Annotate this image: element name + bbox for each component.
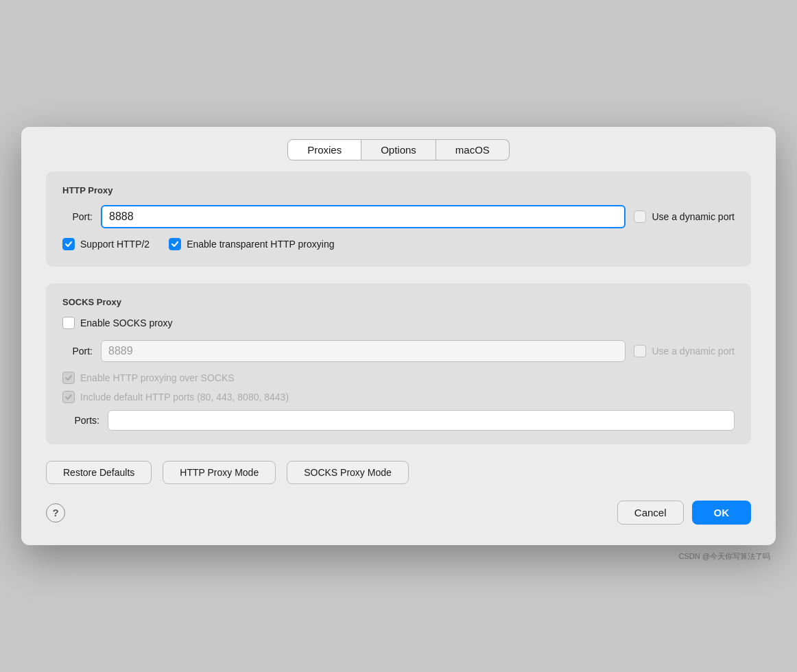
tabs-bar: Proxies Options macOS	[21, 127, 776, 160]
http-dynamic-port-label: Use a dynamic port	[652, 211, 735, 222]
http-proxy-label: HTTP Proxy	[62, 185, 735, 195]
socks-dynamic-port-checkbox[interactable]	[634, 345, 646, 357]
default-ports-label: Include default HTTP ports (80, 443, 808…	[80, 392, 289, 403]
cancel-button[interactable]: Cancel	[617, 501, 684, 525]
dialog-action-buttons: Cancel OK	[617, 501, 751, 525]
socks-port-row: Port: Use a dynamic port	[62, 340, 735, 362]
tab-options[interactable]: Options	[361, 139, 436, 160]
transparent-proxy-label: Enable transparent HTTP proxying	[187, 239, 334, 250]
tab-macos[interactable]: macOS	[436, 139, 510, 160]
help-button[interactable]: ?	[46, 503, 65, 523]
bottom-buttons-bar: Restore Defaults HTTP Proxy Mode SOCKS P…	[21, 461, 776, 484]
socks-ports-row: Ports:	[62, 410, 735, 431]
socks-proxy-mode-button[interactable]: SOCKS Proxy Mode	[287, 461, 409, 484]
socks-port-input[interactable]	[101, 340, 626, 362]
default-ports-checkbox[interactable]	[62, 391, 75, 403]
socks-port-label: Port:	[62, 346, 93, 357]
default-ports-row: Include default HTTP ports (80, 443, 808…	[62, 391, 735, 403]
support-http2-label: Support HTTP/2	[80, 239, 150, 250]
support-http2-checkbox[interactable]	[62, 238, 75, 250]
http-over-socks-checkbox[interactable]	[62, 372, 75, 384]
socks-dynamic-port-label: Use a dynamic port	[652, 346, 735, 357]
http-proxy-mode-button[interactable]: HTTP Proxy Mode	[163, 461, 276, 484]
http-over-socks-label: Enable HTTP proxying over SOCKS	[80, 372, 235, 383]
http-port-input[interactable]	[101, 205, 626, 228]
http-dynamic-port-checkbox[interactable]	[634, 211, 646, 223]
socks-ports-input[interactable]	[108, 410, 735, 431]
transparent-proxy-checkbox[interactable]	[169, 238, 181, 250]
socks-proxy-label: SOCKS Proxy	[62, 297, 735, 307]
action-bar: ? Cancel OK	[21, 484, 776, 525]
socks-ports-label: Ports:	[62, 415, 99, 426]
restore-defaults-button[interactable]: Restore Defaults	[46, 461, 152, 484]
socks-enable-checkbox[interactable]	[62, 317, 75, 329]
http-options-row: Support HTTP/2 Enable transparent HTTP p…	[62, 238, 735, 250]
transparent-proxy-item: Enable transparent HTTP proxying	[169, 238, 334, 250]
socks-dynamic-port-area: Use a dynamic port	[634, 345, 735, 357]
http-dynamic-port-area: Use a dynamic port	[634, 211, 735, 223]
ok-button[interactable]: OK	[692, 501, 752, 525]
http-port-row: Port: Use a dynamic port	[62, 205, 735, 228]
tab-proxies[interactable]: Proxies	[287, 139, 361, 160]
watermark: CSDN @今天你写算法了吗	[679, 551, 770, 562]
http-port-label: Port:	[62, 211, 93, 222]
http-proxy-section: HTTP Proxy Port: Use a dynamic port Sup	[46, 171, 751, 267]
socks-enable-label: Enable SOCKS proxy	[80, 317, 173, 328]
socks-enable-row: Enable SOCKS proxy	[62, 317, 735, 329]
socks-proxy-section: SOCKS Proxy Enable SOCKS proxy Port: Use…	[46, 283, 751, 444]
http-over-socks-row: Enable HTTP proxying over SOCKS	[62, 372, 735, 384]
support-http2-item: Support HTTP/2	[62, 238, 150, 250]
